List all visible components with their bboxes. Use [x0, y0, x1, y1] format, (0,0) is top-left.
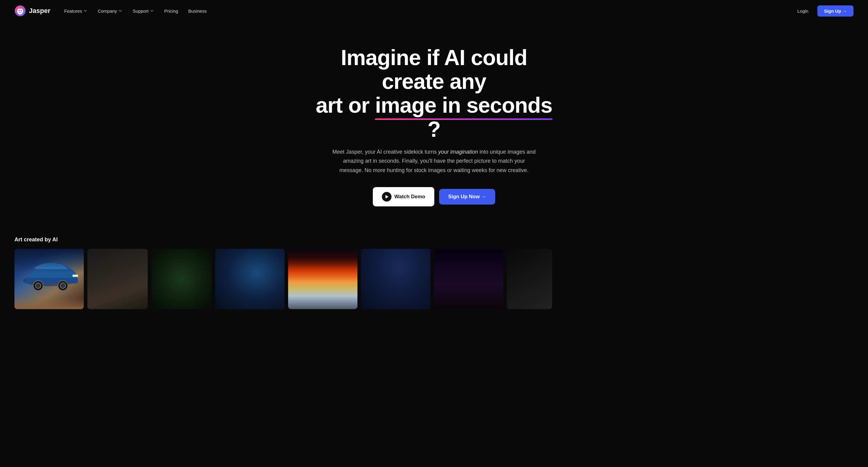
nav-item-features[interactable]: Features — [60, 6, 92, 16]
svg-rect-83 — [444, 269, 445, 269]
svg-marker-35 — [233, 262, 240, 271]
svg-rect-82 — [484, 267, 490, 268]
chevron-down-icon — [83, 9, 87, 13]
logo[interactable]: Jasper — [14, 5, 50, 17]
nav-item-company[interactable]: Company — [93, 6, 127, 16]
svg-rect-89 — [472, 260, 473, 261]
svg-point-41 — [245, 272, 249, 276]
svg-rect-5 — [26, 278, 78, 283]
svg-rect-94 — [494, 271, 495, 272]
svg-rect-86 — [454, 266, 455, 267]
svg-rect-74 — [478, 266, 485, 309]
svg-point-15 — [112, 272, 116, 275]
svg-point-55 — [370, 256, 371, 257]
gallery-item-moon — [361, 249, 430, 309]
gallery-item-dark-figure — [151, 249, 212, 309]
svg-rect-54 — [322, 294, 324, 297]
svg-rect-72 — [461, 264, 472, 309]
chevron-down-icon — [150, 9, 154, 13]
watch-demo-button[interactable]: Watch Demo — [373, 187, 434, 207]
hero-section: Imagine if AI could create any art or im… — [299, 22, 569, 224]
svg-rect-52 — [288, 294, 358, 309]
svg-point-17 — [114, 272, 116, 274]
svg-line-31 — [215, 267, 239, 273]
gallery-section: Art created by AI — [0, 224, 868, 309]
svg-marker-11 — [105, 255, 133, 264]
svg-point-21 — [179, 271, 181, 272]
chevron-down-icon — [118, 9, 122, 13]
svg-rect-67 — [361, 302, 430, 309]
navbar: Jasper Features Company Support — [0, 0, 868, 22]
svg-point-40 — [239, 272, 242, 276]
play-icon — [382, 192, 392, 201]
svg-point-43 — [247, 273, 248, 274]
play-triangle-icon — [385, 195, 389, 198]
nav-item-pricing[interactable]: Pricing — [160, 6, 182, 16]
svg-point-24 — [154, 303, 209, 309]
svg-point-16 — [119, 272, 123, 275]
svg-rect-95 — [434, 300, 503, 309]
svg-point-51 — [332, 275, 358, 286]
svg-point-96 — [441, 298, 466, 303]
svg-rect-12 — [105, 263, 133, 266]
svg-rect-76 — [493, 270, 503, 309]
svg-point-20 — [177, 267, 186, 278]
svg-point-58 — [421, 255, 422, 255]
svg-point-3 — [21, 10, 22, 11]
jasper-logo-icon — [14, 5, 26, 17]
svg-rect-93 — [488, 268, 490, 269]
svg-point-57 — [391, 251, 392, 252]
svg-point-59 — [365, 263, 366, 264]
logo-text: Jasper — [29, 7, 50, 15]
svg-point-1 — [17, 8, 23, 14]
nav-right: Login Sign Up → — [793, 5, 854, 17]
svg-point-65 — [384, 298, 393, 301]
svg-point-46 — [314, 269, 331, 286]
svg-line-23 — [186, 258, 195, 273]
gallery-label: Art created by AI — [0, 237, 868, 243]
nav-signup-button[interactable]: Sign Up → — [817, 5, 854, 17]
hero-title: Imagine if AI could create any art or im… — [310, 46, 558, 141]
svg-rect-73 — [470, 258, 478, 309]
signup-now-button[interactable]: Sign Up Now → — [439, 189, 495, 205]
svg-point-28 — [278, 253, 279, 254]
svg-rect-87 — [463, 266, 464, 266]
svg-point-27 — [272, 257, 273, 258]
svg-point-48 — [290, 273, 323, 288]
svg-rect-81 — [484, 263, 493, 265]
svg-point-22 — [182, 271, 184, 272]
svg-point-13 — [106, 261, 129, 288]
svg-point-9 — [60, 283, 66, 288]
svg-rect-88 — [466, 269, 467, 269]
svg-rect-92 — [485, 264, 487, 266]
svg-point-7 — [35, 283, 41, 288]
svg-point-53 — [317, 295, 329, 298]
svg-point-50 — [324, 275, 358, 289]
svg-point-45 — [242, 280, 246, 283]
svg-point-33 — [229, 278, 259, 299]
svg-point-2 — [19, 10, 20, 11]
svg-point-62 — [396, 264, 401, 269]
svg-point-19 — [116, 275, 119, 278]
svg-rect-80 — [471, 262, 476, 263]
nav-item-business[interactable]: Business — [184, 6, 211, 16]
svg-rect-10 — [73, 275, 78, 277]
gallery-item-sunset — [288, 249, 358, 309]
gallery-item-city — [434, 249, 503, 309]
svg-point-64 — [401, 275, 403, 277]
svg-line-32 — [215, 273, 233, 276]
svg-point-42 — [241, 273, 242, 274]
svg-point-25 — [221, 254, 222, 255]
hero-subtitle: Meet Jasper, your AI creative sidekick t… — [332, 147, 536, 175]
svg-point-18 — [121, 272, 123, 274]
svg-rect-84 — [446, 271, 447, 272]
nav-item-support[interactable]: Support — [128, 6, 158, 16]
login-button[interactable]: Login — [793, 6, 812, 16]
gallery-item-dark-right — [507, 249, 552, 309]
svg-rect-90 — [475, 263, 476, 264]
svg-point-56 — [379, 253, 379, 254]
svg-point-63 — [406, 273, 410, 276]
gallery-item-car — [14, 249, 84, 309]
svg-point-66 — [385, 283, 391, 289]
svg-rect-79 — [471, 258, 478, 260]
